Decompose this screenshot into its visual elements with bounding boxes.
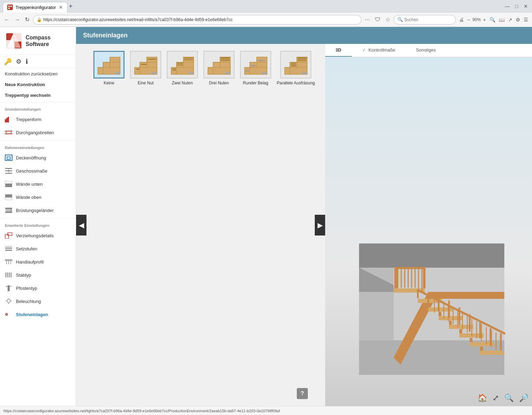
- waende-oben-icon: [5, 193, 12, 201]
- tab-title: Treppenkonfigurator: [16, 5, 56, 10]
- forward-button[interactable]: →: [13, 15, 21, 24]
- sidebar-item-verziehungsdetails[interactable]: Verziehungsdetails: [0, 229, 76, 242]
- sidebar-item-waende-unten[interactable]: Wände unten: [0, 177, 76, 191]
- sidebar-item-treppentyp[interactable]: Treppentyp wechseln: [0, 90, 76, 101]
- back-button[interactable]: ←: [3, 15, 11, 24]
- svg-rect-38: [5, 246, 12, 247]
- zoom-out-icon[interactable]: −: [466, 16, 471, 24]
- help-button[interactable]: ?: [297, 388, 308, 399]
- expand-icon[interactable]: ⤢: [493, 394, 499, 403]
- reload-button[interactable]: ↻: [24, 15, 31, 24]
- svg-marker-63: [135, 57, 157, 74]
- tab-3d[interactable]: 3D: [325, 44, 352, 57]
- settings-icon[interactable]: ⚙: [515, 16, 521, 24]
- print-icon[interactable]: 🖨: [458, 16, 465, 24]
- zoom-in-icon[interactable]: +: [482, 16, 487, 24]
- page-title: Stufeneinlagen: [83, 32, 128, 39]
- svg-rect-24: [5, 194, 12, 197]
- svg-rect-25: [5, 197, 12, 200]
- tread-label-eine-nut: Eine Nut: [138, 81, 154, 85]
- svg-rect-125: [459, 329, 462, 333]
- treppenform-icon: [5, 116, 12, 123]
- tread-option-runder-belag[interactable]: Runder Belag: [240, 51, 271, 85]
- svg-point-98: [245, 70, 249, 72]
- verziehungsdetails-label: Verziehungsdetails: [16, 233, 54, 238]
- tab-sonstiges[interactable]: Sonstiges: [406, 44, 446, 57]
- search-page-icon[interactable]: 🔍: [488, 16, 496, 24]
- search-3d-icon[interactable]: 🔍: [504, 394, 514, 403]
- options-panel: ◀: [76, 44, 325, 406]
- key-icon[interactable]: 🔑: [4, 58, 12, 65]
- home-icon[interactable]: 🏠: [478, 394, 487, 403]
- nav-arrow-left[interactable]: ◀: [76, 215, 86, 236]
- tab-kontrollmasse[interactable]: ✓ Kontrollmaße: [352, 44, 406, 57]
- sidebar-item-geschossmasse[interactable]: Geschossmaße: [0, 164, 76, 177]
- sidebar-item-konstruktion-reset[interactable]: Konstruktion zurücksetzen: [0, 68, 76, 79]
- stabtyp-label: Stabtyp: [16, 273, 31, 278]
- tab-kontrollmasse-label: Kontrollmaße: [368, 47, 395, 53]
- svg-rect-2: [8, 8, 10, 9]
- tread-option-parallele-ausfrasung[interactable]: Parallele Ausfräsung: [277, 51, 315, 85]
- tread-option-zwei-nuten[interactable]: Zwei Nuten: [167, 51, 198, 85]
- stufeneinlagen-label: Stufeneinlagen: [16, 312, 48, 317]
- sidebar-item-handlaufprofil[interactable]: Handlaufprofil: [0, 255, 76, 268]
- divider-3: [0, 218, 76, 219]
- svg-rect-36: [5, 248, 12, 249]
- sidebar-item-deckenoeffnung[interactable]: Deckenöffnung: [0, 151, 76, 164]
- search-bar[interactable]: 🔍: [394, 15, 456, 25]
- sidebar-item-treppenform[interactable]: Treppenform: [0, 113, 76, 126]
- beleuchtung-icon: [5, 297, 12, 305]
- reader-icon[interactable]: 📖: [498, 16, 506, 24]
- browser-chrome: Treppenkonfigurator ✕ + — □ ✕ ← → ↻ 🔒 ht…: [0, 0, 532, 27]
- stabtyp-icon: [5, 271, 12, 279]
- sidebar-item-pfostentyp[interactable]: Pfostentyp: [0, 282, 76, 295]
- tread-option-drei-nuten[interactable]: Drei Nuten: [203, 51, 235, 85]
- minimize-button[interactable]: —: [504, 2, 511, 10]
- sidebar-item-stufeneinlagen[interactable]: Stufeneinlagen: [0, 308, 76, 321]
- hamburger-icon[interactable]: ☰: [523, 16, 529, 24]
- browser-tab[interactable]: Treppenkonfigurator ✕: [3, 2, 67, 12]
- view-tabs: 3D ✓ Kontrollmaße Sonstiges: [325, 44, 532, 57]
- svg-rect-27: [5, 212, 12, 213]
- sidebar-item-durchgangsbreiten[interactable]: Durchgangsbreiten: [0, 126, 76, 139]
- svg-rect-92: [225, 72, 230, 74]
- tread-option-keine[interactable]: Keine: [93, 51, 125, 85]
- handlaufprofil-icon: [5, 258, 12, 266]
- fullscreen-icon[interactable]: ↗: [507, 16, 513, 24]
- tread-label-keine: Keine: [104, 81, 114, 85]
- close-window-button[interactable]: ✕: [522, 2, 529, 10]
- stufeneinlagen-icon: [5, 311, 12, 318]
- durchgangsbreiten-label: Durchgangsbreiten: [16, 130, 54, 135]
- view-bottom-icons: 🏠 ⤢ 🔍 🔎: [478, 394, 529, 403]
- info-icon[interactable]: ℹ: [26, 58, 28, 65]
- sidebar-item-neue-konstruktion[interactable]: Neue Konstruktion: [0, 79, 76, 90]
- svg-point-100: [257, 59, 265, 62]
- search-input[interactable]: [404, 17, 452, 22]
- new-tab-button[interactable]: +: [69, 3, 73, 10]
- divider-1: [0, 102, 76, 102]
- sidebar-item-bruestungsgelaender[interactable]: Brüstungsgeländer: [0, 204, 76, 217]
- sidebar-item-beleuchtung[interactable]: Beleuchtung: [0, 295, 76, 308]
- sidebar-logo: Compass Software: [0, 27, 76, 55]
- deckenoeffnung-label: Deckenöffnung: [16, 155, 46, 160]
- browser-nav-icons: 🖨 − 90% + 🔍 📖 ↗ ⚙ ☰: [458, 16, 529, 24]
- zoom-3d-icon[interactable]: 🔎: [519, 394, 529, 403]
- tread-img-zwei-nuten: [167, 51, 198, 79]
- svg-rect-37: [5, 250, 12, 251]
- sidebar-item-stabtyp[interactable]: Stabtyp: [0, 268, 76, 282]
- menu-dots[interactable]: ···: [364, 16, 372, 23]
- svg-rect-8: [5, 120, 6, 122]
- bookmark-icon[interactable]: ☆: [384, 16, 392, 23]
- sidebar-item-setzstufen[interactable]: Setzstufen: [0, 242, 76, 255]
- restore-button[interactable]: □: [514, 2, 520, 10]
- nav-arrow-right[interactable]: ▶: [315, 215, 325, 236]
- address-bar[interactable]: 🔒 https://csstaircaseconfigurator.azurew…: [33, 15, 361, 25]
- svg-rect-127: [449, 321, 452, 325]
- tab-icon: [7, 4, 13, 10]
- tread-option-eine-nut[interactable]: Eine Nut: [130, 51, 161, 85]
- tab-close-button[interactable]: ✕: [59, 4, 63, 10]
- svg-rect-26: [5, 208, 12, 209]
- svg-rect-17: [7, 157, 10, 159]
- gear-icon[interactable]: ⚙: [16, 58, 21, 65]
- sidebar-item-waende-oben[interactable]: Wände oben: [0, 191, 76, 204]
